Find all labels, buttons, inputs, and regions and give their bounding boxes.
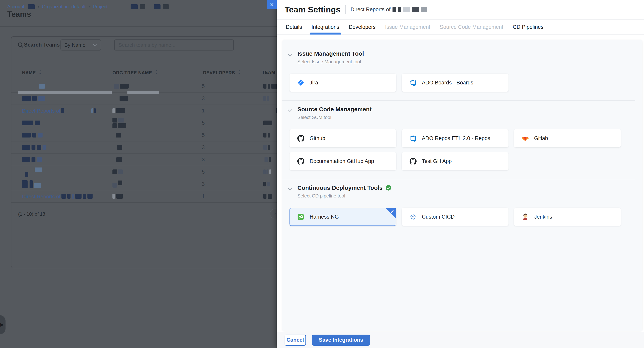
- table-header-divider: [12, 77, 292, 77]
- redacted-block: [72, 194, 74, 199]
- team-name-link[interactable]: Direct Reports of: [22, 193, 60, 200]
- name-cell: Direct Reports of: [22, 105, 111, 117]
- svg-text:</>: </>: [412, 216, 414, 218]
- breadcrumb[interactable]: Account:›Organization: default›Project:: [7, 4, 169, 10]
- redacted-block: [263, 169, 266, 174]
- redacted-block: [67, 194, 70, 199]
- table-row[interactable]: 3: [12, 178, 292, 190]
- table-row[interactable]: 5: [12, 117, 292, 129]
- chevron-down-icon[interactable]: [282, 50, 298, 65]
- redacted-block: [263, 194, 266, 199]
- section-header: Issue Management ToolSelect Issue Manage…: [282, 50, 635, 65]
- redacted-block: [42, 145, 46, 150]
- redacted-block: [38, 96, 45, 101]
- drawer-tabs: DetailsIntegrationsDevelopersIssue Manag…: [277, 20, 644, 35]
- tool-label: Custom CICD: [422, 214, 455, 220]
- redacted-block: [398, 7, 401, 12]
- card-divider: [12, 57, 292, 57]
- column-header-name[interactable]: NAME: [22, 70, 42, 76]
- card-documentation-github-app[interactable]: Documentation GitHub App: [290, 152, 396, 170]
- table-row[interactable]: 3: [12, 93, 292, 105]
- page-title: Teams: [7, 10, 31, 19]
- skeleton-bar: [18, 91, 112, 94]
- card-jenkins[interactable]: Jenkins: [514, 208, 621, 226]
- breadcrumb-separator: ›: [38, 4, 39, 10]
- name-cell: [22, 93, 111, 105]
- org-tree-cell: [112, 190, 172, 202]
- table-row[interactable]: 3: [12, 154, 292, 166]
- tool-cards-grid: GithubADO Repos ETL 2.0 - ReposGitlabDoc…: [290, 129, 635, 170]
- team-name-link[interactable]: Direct Reports of: [22, 108, 60, 114]
- table-row[interactable]: 3: [12, 141, 292, 154]
- column-header-developers[interactable]: DEVELOPERS: [203, 70, 241, 76]
- redacted-block: [268, 84, 270, 89]
- expand-arrow-icon: ▶: [0, 322, 4, 327]
- card-ado-boards-boards[interactable]: ADO Boards - Boards: [402, 74, 508, 92]
- tab-cd-pipelines[interactable]: CD Pipelines: [512, 20, 544, 34]
- tab-details[interactable]: Details: [285, 20, 303, 34]
- table-header: NAMEORG TREE NAMEDEVELOPERSTEAM MA: [12, 66, 292, 77]
- title-divider: [345, 5, 346, 14]
- chevron-down-icon[interactable]: [282, 106, 298, 120]
- table-row[interactable]: 5: [12, 166, 292, 178]
- developers-count: 1: [192, 190, 215, 202]
- chevron-down-icon[interactable]: [282, 185, 298, 199]
- jenkins-icon: [522, 213, 529, 221]
- name-cell: [22, 141, 111, 153]
- card-ado-repos-etl-2-0-repos[interactable]: ADO Repos ETL 2.0 - Repos: [402, 129, 508, 147]
- redacted-block: [112, 118, 117, 122]
- team-settings-drawer: × Team Settings Direct Reports of Detail…: [277, 0, 644, 348]
- card-gitlab[interactable]: Gitlab: [514, 129, 621, 147]
- table-row[interactable]: 5: [12, 80, 292, 93]
- card-custom-cicd[interactable]: </>Custom CICD: [402, 208, 508, 226]
- redacted-block: [32, 133, 36, 137]
- filter-value: By Name: [64, 42, 86, 48]
- close-button[interactable]: ×: [267, 0, 277, 9]
- github-icon: [409, 157, 417, 165]
- developers-count: 5: [192, 129, 215, 141]
- redacted-block: [120, 96, 128, 101]
- redacted-block: [263, 120, 272, 125]
- redacted-block: [112, 123, 117, 128]
- sidebar-expand-handle[interactable]: ▶: [0, 315, 6, 334]
- column-header-org-tree-name[interactable]: ORG TREE NAME: [112, 70, 158, 76]
- card-jira[interactable]: Jira: [290, 74, 396, 92]
- redacted-block: [61, 108, 64, 113]
- card-test-gh-app[interactable]: Test GH App: [402, 152, 508, 170]
- redacted-block: [22, 120, 33, 125]
- org-tree-cell: [112, 166, 172, 178]
- save-integrations-button[interactable]: Save Integrations: [312, 334, 370, 346]
- table-row[interactable]: Direct Reports of1: [12, 190, 292, 203]
- sort-icon[interactable]: [238, 70, 241, 76]
- table-row[interactable]: Direct Reports of1: [12, 105, 292, 117]
- tab-developers[interactable]: Developers: [348, 20, 376, 34]
- cancel-button[interactable]: Cancel: [284, 334, 306, 346]
- card-github[interactable]: Github: [290, 129, 396, 147]
- breadcrumb-segment[interactable]: Account:: [7, 4, 26, 10]
- redacted-block: [154, 4, 160, 9]
- redacted-block: [30, 180, 33, 188]
- breadcrumb-segment[interactable]: Project:: [93, 4, 109, 10]
- org-tree-cell: [112, 178, 172, 190]
- tool-label: Gitlab: [534, 135, 548, 141]
- breadcrumb-segment[interactable]: Organization: default: [42, 4, 86, 10]
- card-harness-ng[interactable]: Harness NG✓: [290, 208, 396, 226]
- active-tab-underline: [310, 33, 341, 35]
- skeleton-bar: [128, 91, 159, 94]
- section-title: Issue Management Tool: [298, 50, 364, 57]
- tool-label: ADO Repos ETL 2.0 - Repos: [422, 135, 490, 141]
- search-input[interactable]: [114, 40, 234, 51]
- azure-devops-icon: [409, 79, 417, 86]
- gitlab-icon: [522, 134, 529, 142]
- redacted-block: [62, 194, 66, 199]
- drawer-subtitle-prefix: Direct Reports of: [350, 7, 390, 13]
- tab-integrations[interactable]: Integrations: [311, 20, 340, 34]
- sort-icon[interactable]: [155, 70, 158, 76]
- redacted-block: [163, 4, 169, 9]
- sort-icon[interactable]: [38, 70, 42, 76]
- table-row[interactable]: 5: [12, 129, 292, 141]
- section-source-code-management: Source Code ManagementSelect SCM toolGit…: [282, 100, 635, 179]
- search-filter-select[interactable]: By Name: [60, 40, 101, 51]
- selected-check-icon: ✓: [390, 209, 394, 215]
- tool-label: Github: [310, 135, 325, 141]
